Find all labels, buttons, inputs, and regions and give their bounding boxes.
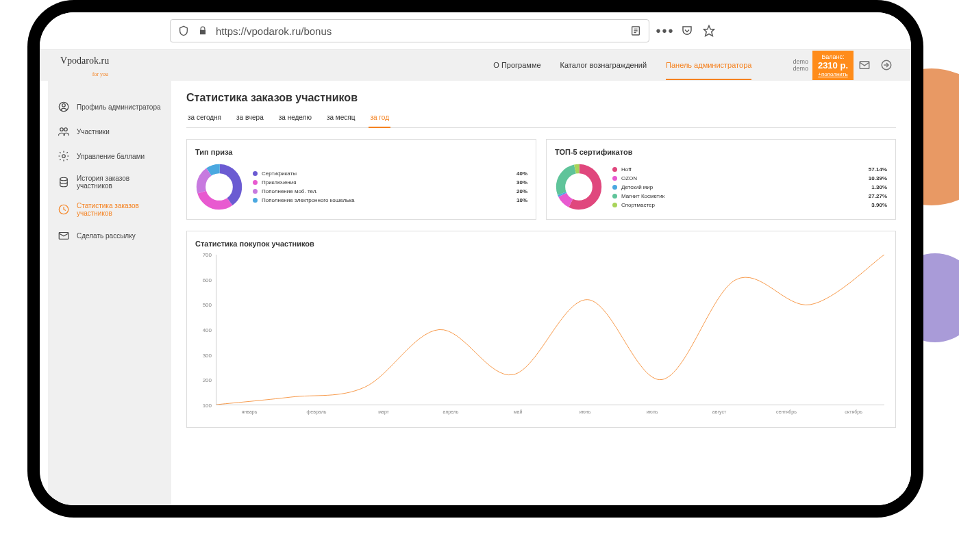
top5-legend: Hoff57.14%OZON10.39%Детский мир1.30%Магн… (612, 165, 887, 209)
legend-label: Hoff (621, 166, 864, 173)
sidebar-item-3[interactable]: История заказов участников (55, 168, 164, 196)
chart-y-axis: 100200300400500600700 (195, 255, 214, 405)
legend-label: Пополнение моб. тел. (262, 188, 512, 194)
stats-card-title: Статистика покупок участников (195, 240, 887, 248)
x-tick: январь (216, 407, 283, 419)
x-tick: июль (619, 407, 686, 419)
pocket-icon[interactable] (681, 25, 693, 37)
shield-icon (177, 25, 190, 37)
user-circle-icon (58, 101, 70, 113)
top5-card-title: ТОП-5 сертификатов (555, 148, 887, 156)
browser-mockup-frame: https://vpodarok.ru/bonus ••• Vpodarok.r… (40, 12, 911, 505)
legend-dot-icon (253, 189, 258, 194)
legend-row: Детский мир1.30% (612, 183, 887, 192)
sidebar-item-0[interactable]: Профиль администратора (55, 94, 164, 119)
url-text: https://vpodarok.ru/bonus (216, 25, 623, 37)
x-tick: апрель (417, 407, 484, 419)
balance-box[interactable]: Баланс: 2310 р. +пополнить (812, 51, 854, 81)
site-logo[interactable]: Vpodarok.ru for you (60, 55, 108, 76)
line-chart-svg (216, 255, 884, 405)
app-header: Vpodarok.ru for you О ПрограммеКаталог в… (40, 50, 911, 81)
user-block: demo demo Баланс: 2310 р. +пополнить (793, 51, 897, 81)
reader-mode-icon[interactable] (630, 25, 642, 37)
sidebar-item-label: Участники (77, 128, 110, 136)
legend-label: OZON (621, 175, 864, 181)
legend-value: 40% (516, 170, 527, 177)
legend-dot-icon (253, 180, 258, 185)
content-area: Статистика заказов участников за сегодня… (171, 81, 911, 505)
legend-value: 27.27% (869, 193, 887, 199)
nav-item-2[interactable]: Панель администратора (666, 61, 751, 80)
mail-icon (58, 229, 70, 242)
svg-point-20 (209, 177, 229, 197)
legend-dot-icon (253, 171, 258, 176)
legend-row: Магнит Косметик27.27% (612, 192, 887, 201)
sidebar-item-4[interactable]: Статистика заказов участников (55, 196, 164, 223)
y-tick: 500 (203, 302, 212, 308)
svg-point-10 (60, 128, 64, 131)
legend-value: 10.39% (869, 175, 887, 181)
legend-value: 20% (516, 188, 527, 194)
legend-row: Hoff57.14% (612, 165, 887, 174)
svg-marker-4 (704, 26, 714, 36)
main-nav: О ПрограммеКаталог вознагражденийПанель … (493, 61, 751, 71)
top5-donut-chart (555, 163, 603, 211)
balance-label: Баланс: (818, 53, 848, 61)
y-tick: 200 (203, 377, 212, 383)
sidebar-item-label: Профиль администратора (77, 103, 161, 111)
tab-3[interactable]: за месяц (325, 114, 357, 127)
legend-row: Спортмастер3.90% (612, 201, 887, 209)
svg-point-13 (60, 177, 68, 181)
top5-certificates-card: ТОП-5 сертификатов Hoff57.14%OZON10.39%Д… (546, 139, 896, 220)
user-name-block: demo demo (793, 58, 808, 73)
url-bar[interactable]: https://vpodarok.ru/bonus (170, 19, 649, 42)
tab-0[interactable]: за сегодня (186, 114, 223, 127)
legend-label: Детский мир (621, 184, 867, 190)
more-icon[interactable]: ••• (659, 25, 671, 37)
legend-dot-icon (612, 185, 617, 190)
sidebar-item-5[interactable]: Сделать рассылку (55, 223, 164, 248)
legend-value: 3.90% (871, 202, 887, 208)
legend-row: Пополнение электронного кошелька10% (253, 196, 527, 205)
nav-item-0[interactable]: О Программе (493, 61, 540, 80)
legend-label: Приключения (262, 179, 512, 186)
tab-1[interactable]: за вчера (235, 114, 265, 127)
chart-x-axis: январьфевральмартапрельмайиюньиюльавгуст… (216, 407, 887, 419)
user-name-line1: demo (793, 58, 808, 66)
balance-topup-link[interactable]: +пополнить (818, 71, 848, 78)
time-range-tabs: за сегодняза вчераза неделюза месяцза го… (186, 114, 896, 128)
bookmark-star-icon[interactable] (703, 25, 715, 37)
nav-item-1[interactable]: Каталог вознаграждений (560, 61, 647, 80)
sidebar-item-label: Статистика заказов участников (77, 202, 162, 217)
tab-4[interactable]: за год (369, 114, 390, 128)
y-tick: 700 (203, 252, 212, 258)
legend-dot-icon (612, 203, 617, 207)
legend-row: Пополнение моб. тел.20% (253, 187, 527, 196)
page-title: Статистика заказов участников (186, 92, 896, 104)
sidebar-item-1[interactable]: Участники (55, 119, 164, 144)
tab-2[interactable]: за неделю (277, 114, 313, 127)
browser-chrome-bar: https://vpodarok.ru/bonus ••• (40, 12, 911, 50)
x-tick: июнь (551, 407, 619, 419)
x-tick: февраль (283, 407, 350, 419)
chart-plot-area (216, 255, 884, 405)
x-tick: август (686, 407, 753, 419)
sidebar-item-2[interactable]: Управление баллами (55, 144, 164, 168)
x-tick: октябрь (820, 407, 887, 419)
legend-label: Спортмастер (621, 202, 867, 208)
legend-value: 57.14% (869, 166, 887, 173)
x-tick: май (484, 407, 551, 419)
user-name-line2: demo (793, 65, 808, 73)
sidebar-item-label: Управление баллами (77, 153, 145, 160)
legend-dot-icon (612, 194, 617, 199)
history-icon (58, 176, 70, 188)
logout-icon[interactable] (875, 54, 897, 76)
y-tick: 100 (203, 403, 212, 409)
legend-label: Магнит Косметик (621, 193, 864, 199)
y-tick: 400 (203, 327, 212, 333)
svg-point-26 (569, 177, 589, 197)
prize-type-card: Тип приза Сертификаты40%Приключения30%По… (186, 139, 536, 220)
messages-icon[interactable] (854, 54, 875, 76)
balance-amount: 2310 р. (818, 60, 848, 71)
svg-point-12 (62, 155, 66, 158)
